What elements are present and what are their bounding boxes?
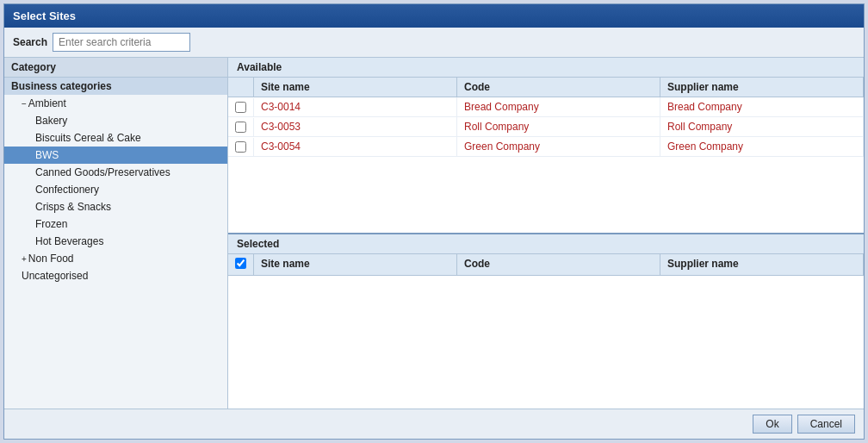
row3-check[interactable]	[228, 138, 254, 156]
main-area: Category Business categories −Ambient Ba…	[4, 58, 864, 409]
table-row: C3-0053 Roll Company Roll Company	[228, 117, 864, 137]
selected-code-header: Code	[457, 254, 660, 275]
dialog-title: Select Sites	[4, 4, 864, 28]
expand-icon-non-food: +	[22, 254, 27, 264]
sidebar-item-ambient[interactable]: −Ambient	[4, 95, 227, 112]
sidebar-item-frozen[interactable]: Frozen	[4, 215, 227, 233]
available-table-body: C3-0014 Bread Company Bread Company C3-0…	[228, 97, 864, 233]
selected-supplier-header: Supplier name	[660, 254, 864, 275]
non-food-label: Non Food	[28, 253, 74, 265]
sidebar-item-hot-beverages[interactable]: Hot Beverages	[4, 233, 227, 250]
selected-section: Selected Site name Code Supplier name	[228, 234, 864, 409]
available-section: Available Site name Code Supplier name C…	[228, 58, 864, 234]
sidebar-item-crisps[interactable]: Crisps & Snacks	[4, 198, 227, 215]
sidebar-item-bws[interactable]: BWS	[4, 147, 227, 164]
crisps-label: Crisps & Snacks	[35, 201, 111, 213]
search-input[interactable]	[53, 33, 190, 52]
row1-supplier: Bread Company	[660, 97, 864, 116]
table-row: C3-0014 Bread Company Bread Company	[228, 97, 864, 117]
available-site-header: Site name	[254, 78, 457, 97]
canned-label: Canned Goods/Preservatives	[35, 166, 170, 178]
available-header: Available	[228, 58, 864, 78]
row2-supplier: Roll Company	[660, 117, 864, 136]
hot-beverages-label: Hot Beverages	[35, 235, 103, 247]
biscuits-label: Biscuits Cereal & Cake	[35, 132, 141, 144]
row2-check[interactable]	[228, 118, 254, 136]
sidebar-item-non-food[interactable]: +Non Food	[4, 250, 227, 267]
confectionery-label: Confectionery	[35, 184, 99, 196]
right-panel: Available Site name Code Supplier name C…	[228, 58, 864, 409]
selected-table-header: Site name Code Supplier name	[228, 254, 864, 276]
selected-site-header: Site name	[254, 254, 457, 275]
available-check-header	[228, 78, 254, 97]
row3-supplier: Green Company	[660, 137, 864, 156]
selected-all-checkbox[interactable]	[235, 258, 246, 269]
row2-code: Roll Company	[457, 117, 660, 136]
available-supplier-header: Supplier name	[660, 78, 864, 97]
uncategorised-label: Uncategorised	[22, 270, 88, 282]
row2-site: C3-0053	[254, 117, 457, 136]
left-panel: Category Business categories −Ambient Ba…	[4, 58, 228, 409]
table-row: C3-0054 Green Company Green Company	[228, 137, 864, 157]
category-header: Category	[4, 58, 227, 78]
row1-site: C3-0014	[254, 97, 457, 116]
search-bar: Search	[4, 28, 864, 58]
frozen-label: Frozen	[35, 218, 67, 230]
business-categories-label: Business categories	[11, 80, 112, 92]
sidebar-item-uncategorised[interactable]: Uncategorised	[4, 267, 227, 284]
available-code-header: Code	[457, 78, 660, 97]
row1-check[interactable]	[228, 98, 254, 116]
footer: Ok Cancel	[4, 409, 864, 439]
selected-header: Selected	[228, 234, 864, 254]
row3-site: C3-0054	[254, 137, 457, 156]
sidebar-item-bakery[interactable]: Bakery	[4, 112, 227, 129]
ok-button[interactable]: Ok	[753, 415, 791, 434]
search-label: Search	[13, 36, 47, 48]
sidebar-item-canned[interactable]: Canned Goods/Preservatives	[4, 164, 227, 181]
row3-code: Green Company	[457, 137, 660, 156]
bws-label: BWS	[35, 149, 59, 161]
sidebar-item-confectionery[interactable]: Confectionery	[4, 181, 227, 198]
expand-icon: −	[22, 99, 27, 109]
row3-checkbox[interactable]	[235, 141, 246, 153]
sidebar-item-business-categories[interactable]: Business categories	[4, 78, 227, 95]
row1-checkbox[interactable]	[235, 102, 246, 113]
row2-checkbox[interactable]	[235, 122, 246, 133]
cancel-button[interactable]: Cancel	[797, 415, 855, 434]
bakery-label: Bakery	[35, 115, 67, 127]
selected-check-header	[228, 254, 254, 275]
dialog-body: Search Category Business categories −Amb…	[4, 28, 864, 439]
row1-code: Bread Company	[457, 97, 660, 116]
select-sites-dialog: Select Sites Search Category Business ca…	[3, 3, 865, 440]
sidebar-item-biscuits[interactable]: Biscuits Cereal & Cake	[4, 129, 227, 147]
ambient-label: Ambient	[28, 97, 66, 109]
selected-table-body	[228, 276, 864, 409]
available-table-header: Site name Code Supplier name	[228, 78, 864, 97]
